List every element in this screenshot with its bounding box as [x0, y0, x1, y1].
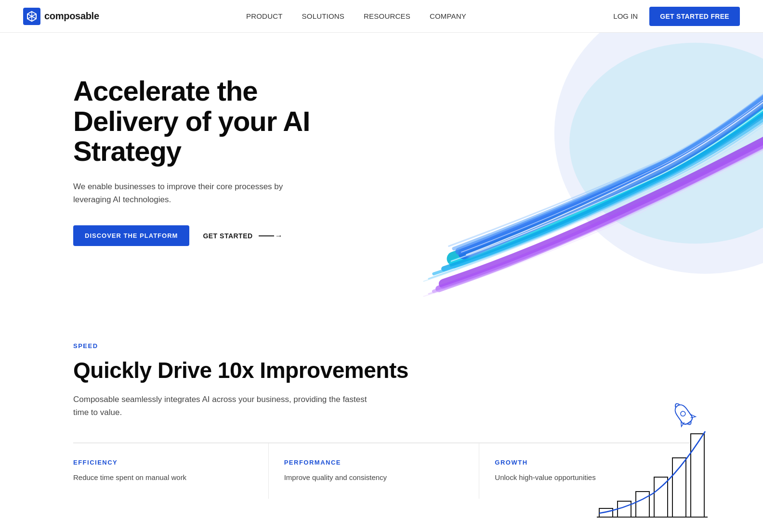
card-label-efficiency: EFFICIENCY: [73, 459, 253, 466]
logo-icon: [23, 8, 40, 25]
speed-card-efficiency: EFFICIENCY Reduce time spent on manual w…: [73, 443, 269, 499]
svg-point-2: [569, 43, 763, 244]
arrow-icon: [259, 232, 283, 240]
hero-subtitle: We enable businesses to improve their co…: [73, 180, 304, 206]
svg-rect-4: [618, 501, 631, 517]
nav-product[interactable]: PRODUCT: [246, 12, 283, 20]
hero-wave-visual: [411, 33, 763, 304]
speed-label: SPEED: [73, 342, 690, 350]
svg-rect-7: [672, 458, 686, 517]
navbar-actions: LOG IN GET STARTED FREE: [613, 7, 740, 26]
hero-section: Accelerate the Delivery of your AI Strat…: [0, 33, 763, 304]
card-desc-performance: Improve quality and consistency: [284, 472, 464, 483]
speed-subtitle: Composable seamlessly integrates AI acro…: [73, 393, 372, 419]
get-started-link[interactable]: GET STARTED: [203, 232, 283, 240]
hero-title: Accelerate the Delivery of your AI Strat…: [73, 76, 362, 167]
speed-card-performance: PERFORMANCE Improve quality and consiste…: [269, 443, 480, 499]
nav-resources[interactable]: RESOURCES: [364, 12, 410, 20]
nav-company[interactable]: COMPANY: [430, 12, 466, 20]
card-label-performance: PERFORMANCE: [284, 459, 464, 466]
login-button[interactable]: LOG IN: [613, 12, 638, 20]
svg-rect-8: [691, 434, 704, 517]
speed-section: SPEED Quickly Drive 10x Improvements Com…: [0, 304, 763, 527]
rocket-chart-visual: [590, 393, 724, 528]
svg-point-1: [554, 33, 763, 274]
logo-link[interactable]: composable: [23, 8, 99, 25]
nav-menu: PRODUCT SOLUTIONS RESOURCES COMPANY: [246, 12, 466, 20]
svg-rect-5: [636, 492, 649, 517]
card-desc-efficiency: Reduce time spent on manual work: [73, 472, 253, 483]
rocket-chart-svg: [590, 393, 724, 528]
speed-title: Quickly Drive 10x Improvements: [73, 357, 690, 383]
logo-text: composable: [44, 11, 99, 22]
nav-solutions[interactable]: SOLUTIONS: [302, 12, 344, 20]
hero-buttons: DISCOVER THE PLATFORM GET STARTED: [73, 225, 362, 246]
svg-point-10: [680, 410, 686, 417]
navbar: composable PRODUCT SOLUTIONS RESOURCES C…: [0, 0, 763, 33]
hero-content: Accelerate the Delivery of your AI Strat…: [73, 76, 362, 246]
get-started-free-button[interactable]: GET STARTED FREE: [649, 7, 740, 26]
discover-platform-button[interactable]: DISCOVER THE PLATFORM: [73, 225, 189, 246]
